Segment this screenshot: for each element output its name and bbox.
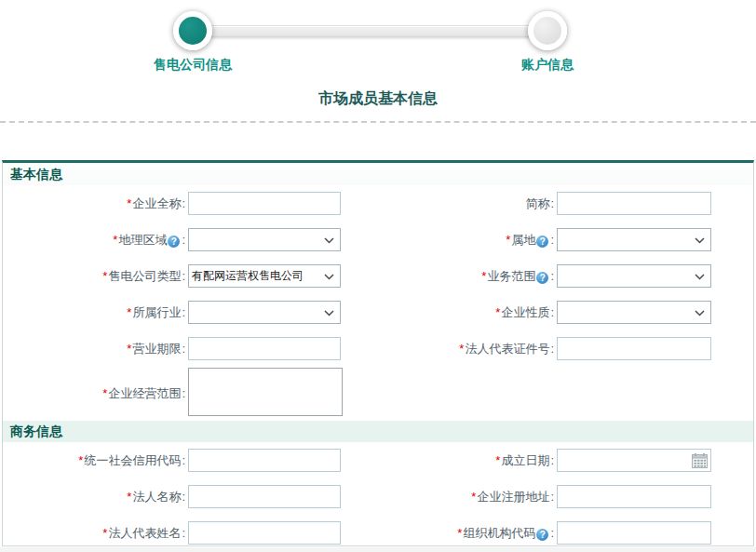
required-marker: * (481, 269, 486, 283)
member-info-form: 基本信息 *企业全称: 简称: *地理区域?: *属地?: (2, 160, 754, 546)
registered-address-label: *企业注册地址: (375, 489, 555, 505)
short-name-input[interactable] (557, 192, 711, 215)
industry-select[interactable] (188, 301, 341, 324)
enterprise-nature-label: *企业性质: (375, 304, 555, 321)
step-label-company-info: 售电公司信息 (128, 57, 258, 74)
org-code-label: *组织机构代码?: (375, 525, 555, 542)
business-term-input[interactable] (188, 337, 341, 360)
chevron-down-icon (695, 310, 705, 316)
company-full-name-input[interactable] (188, 192, 341, 215)
required-marker: * (127, 342, 131, 356)
sales-company-type-label: *售电公司类型: (3, 268, 186, 285)
required-marker: * (78, 453, 83, 467)
required-marker: * (102, 386, 107, 400)
enterprise-nature-select[interactable] (557, 301, 711, 324)
legal-person-name-label: *法人名称: (3, 489, 186, 505)
required-marker: * (102, 526, 107, 540)
page-title: 市场成员基本信息 (0, 89, 756, 109)
chevron-down-icon (695, 274, 705, 280)
help-icon[interactable]: ? (536, 236, 548, 248)
legal-rep-id-label: *法人代表证件号: (375, 341, 555, 357)
establish-date-input[interactable] (557, 449, 711, 472)
required-marker: * (127, 490, 131, 504)
credit-code-label: *统一社会信用代码: (3, 452, 186, 469)
org-code-input[interactable] (557, 521, 711, 545)
step-dot-account-info (528, 11, 567, 50)
geo-region-select[interactable] (188, 228, 341, 251)
form-row: *统一社会信用代码: *成立日期: (3, 442, 753, 478)
industry-label: *所属行业: (3, 304, 186, 321)
required-marker: * (495, 453, 500, 467)
required-marker: * (495, 305, 500, 319)
geo-region-label: *地理区域?: (3, 232, 186, 249)
required-marker: * (506, 233, 510, 247)
form-row: *所属行业: *企业性质: (3, 294, 753, 330)
required-marker: * (127, 196, 131, 210)
form-row: *企业经营范围: (3, 367, 753, 421)
legal-rep-name-label: *法人代表姓名: (3, 525, 186, 542)
short-name-label: 简称: (375, 195, 555, 212)
required-marker: * (471, 490, 476, 504)
chevron-down-icon (324, 237, 334, 244)
calendar-icon[interactable] (692, 453, 708, 468)
domicile-label: *属地?: (375, 232, 555, 249)
form-row: *地理区域?: *属地?: (3, 222, 753, 258)
form-row: *法人代表姓名: *组织机构代码?: (3, 515, 753, 546)
help-icon[interactable]: ? (536, 529, 548, 541)
section-header-business-info: 商务信息 (3, 421, 753, 442)
step-label-account-info: 账户信息 (482, 57, 613, 74)
page-bottom-strip (0, 547, 756, 552)
step-dot-company-info (173, 11, 212, 50)
establish-date-label: *成立日期: (375, 452, 555, 469)
required-marker: * (102, 269, 107, 283)
legal-rep-name-input[interactable] (188, 521, 341, 545)
dashed-divider (0, 121, 756, 123)
chevron-down-icon (324, 274, 334, 280)
form-row: *企业全称: 简称: (3, 185, 753, 222)
wizard-stepper: 售电公司信息 账户信息 (0, 0, 756, 84)
form-row: *营业期限: *法人代表证件号: (3, 330, 753, 367)
step-connector-bar (196, 25, 546, 36)
business-range-label: *企业经营范围: (3, 385, 186, 402)
legal-person-name-input[interactable] (188, 485, 341, 508)
sales-company-type-select[interactable]: 有配网运营权售电公司 (188, 264, 341, 288)
company-full-name-label: *企业全称: (3, 195, 186, 212)
help-icon[interactable]: ? (536, 272, 548, 284)
domicile-select[interactable] (557, 228, 711, 251)
registered-address-input[interactable] (557, 485, 711, 508)
legal-rep-id-input[interactable] (557, 337, 711, 360)
chevron-down-icon (695, 237, 705, 244)
required-marker: * (113, 233, 117, 247)
chevron-down-icon (324, 310, 334, 316)
business-scope-select[interactable] (557, 264, 711, 288)
help-icon[interactable]: ? (168, 236, 180, 248)
business-scope-label: *业务范围?: (375, 268, 555, 285)
section-header-basic-info: 基本信息 (3, 163, 753, 185)
form-row: *法人名称: *企业注册地址: (3, 478, 753, 515)
credit-code-input[interactable] (188, 449, 341, 472)
required-marker: * (459, 342, 464, 356)
form-row: *售电公司类型: 有配网运营权售电公司 *业务范围?: (3, 258, 753, 294)
required-marker: * (127, 305, 131, 319)
business-range-textarea[interactable] (188, 368, 343, 416)
required-marker: * (457, 526, 462, 540)
business-term-label: *营业期限: (3, 341, 186, 357)
